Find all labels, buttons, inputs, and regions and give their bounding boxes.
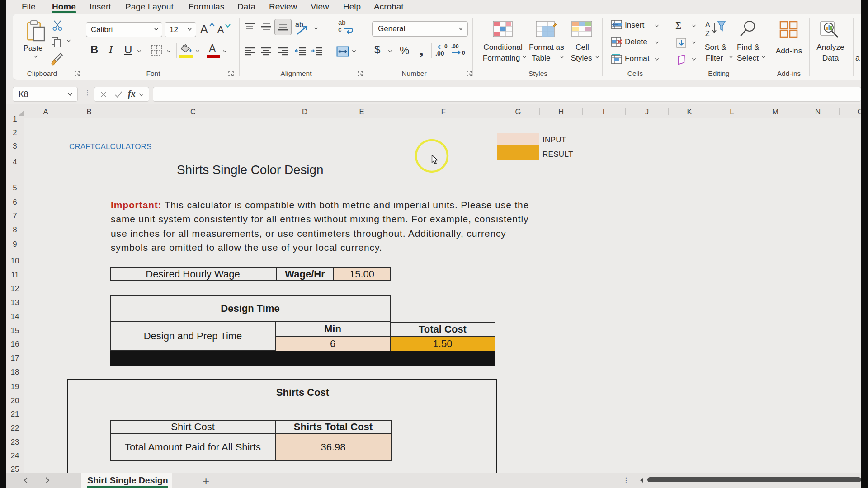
svg-text:Z: Z [705,30,710,38]
svg-text:A: A [705,21,710,28]
